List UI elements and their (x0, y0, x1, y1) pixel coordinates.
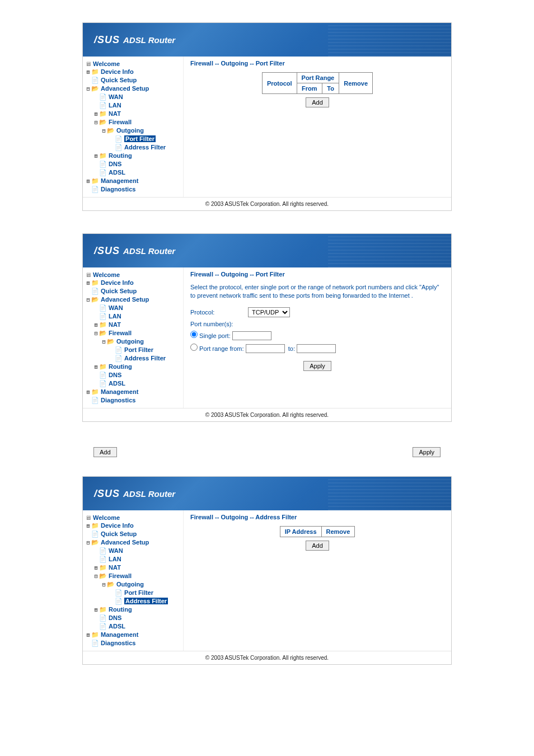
sidebar-item-dns[interactable]: 📄 DNS (85, 614, 181, 622)
sidebar-item-address-filter[interactable]: 📄 Address Filter (85, 354, 181, 363)
help-text: Select the protocol, enter single port o… (190, 283, 444, 300)
expand-icon[interactable]: ⊞ (85, 389, 91, 395)
page-icon: 📄 (99, 547, 107, 554)
expand-icon[interactable]: ⊞ (85, 523, 91, 529)
sidebar-item-nat[interactable]: ⊞📁 NAT (85, 321, 181, 329)
add-button[interactable]: Add (306, 541, 329, 551)
sidebar-item-firewall[interactable]: ⊟📂 Firewall (85, 329, 181, 337)
sidebar-item-device-info[interactable]: ⊞📁 Device Info (85, 68, 181, 76)
sidebar-item-quick-setup[interactable]: 📄 Quick Setup (85, 287, 181, 295)
sidebar-item-diagnostics[interactable]: 📄 Diagnostics (85, 396, 181, 405)
expand-icon[interactable]: ⊞ (93, 565, 99, 571)
brand-mark: /SUS (94, 34, 120, 46)
apply-button[interactable]: Apply (303, 361, 331, 371)
expand-icon[interactable]: ⊞ (93, 322, 99, 328)
sidebar-item-lan[interactable]: 📄 LAN (85, 555, 181, 564)
folder-open-icon: 📂 (107, 338, 115, 345)
folder-icon: 📁 (99, 363, 107, 370)
collapse-icon[interactable]: ⊟ (101, 581, 107, 588)
collapse-icon[interactable]: ⊟ (85, 86, 91, 92)
sidebar-item-routing[interactable]: ⊞📁 Routing (85, 363, 181, 371)
sidebar-item-adsl[interactable]: 📄 ADSL (85, 379, 181, 388)
sidebar-item-outgoing[interactable]: ⊟📂 Outgoing (85, 337, 181, 346)
asus-logo: /SUS ADSL Router (94, 245, 175, 257)
sidebar-item-port-filter[interactable]: 📄 Port Filter (85, 346, 181, 354)
inline-add-button[interactable]: Add (93, 447, 117, 457)
panel-port-filter-list: /SUS ADSL Router 🖥 Welcome ⊞📁 Device Inf… (82, 22, 452, 211)
sidebar-item-wan[interactable]: 📄 WAN (85, 547, 181, 555)
collapse-icon[interactable]: ⊟ (93, 573, 99, 579)
sidebar-item-port-filter[interactable]: 📄 Port Filter (85, 135, 181, 143)
breadcrumb: Firewall -- Outgoing -- Address Filter (190, 514, 444, 520)
banner-deco (328, 234, 451, 267)
copyright: © 2003 ASUSTek Corporation. All rights r… (83, 651, 451, 664)
collapse-icon[interactable]: ⊟ (85, 297, 91, 303)
sidebar-item-quick-setup[interactable]: 📄 Quick Setup (85, 76, 181, 84)
expand-icon[interactable]: ⊞ (93, 111, 99, 117)
sidebar-item-welcome[interactable]: 🖥 Welcome (85, 271, 181, 279)
folder-icon: 📁 (99, 321, 107, 328)
port-range-to-input[interactable] (297, 344, 336, 353)
sidebar-item-address-filter[interactable]: 📄 Address Filter (85, 143, 181, 152)
sidebar-item-wan[interactable]: 📄 WAN (85, 93, 181, 101)
port-range-radio[interactable] (190, 344, 198, 351)
sidebar-item-advanced-setup[interactable]: ⊟📂 Advanced Setup (85, 538, 181, 547)
sidebar-item-routing[interactable]: ⊞📁 Routing (85, 605, 181, 614)
sidebar-item-welcome[interactable]: 🖥 Welcome (85, 60, 181, 68)
sidebar-item-dns[interactable]: 📄 DNS (85, 371, 181, 379)
sidebar-item-adsl[interactable]: 📄 ADSL (85, 168, 181, 177)
folder-open-icon: 📂 (99, 572, 107, 579)
sidebar-item-wan[interactable]: 📄 WAN (85, 304, 181, 312)
expand-icon[interactable]: ⊞ (85, 280, 91, 286)
copyright: © 2003 ASUSTek Corporation. All rights r… (83, 197, 451, 210)
sidebar: 🖥 Welcome ⊞📁 Device Info 📄 Quick Setup ⊟… (83, 57, 184, 197)
sidebar-item-advanced-setup[interactable]: ⊟📂 Advanced Setup (85, 295, 181, 304)
single-port-radio[interactable] (190, 331, 198, 338)
sidebar-item-advanced-setup[interactable]: ⊟📂 Advanced Setup (85, 84, 181, 93)
sidebar-item-outgoing[interactable]: ⊟📂 Outgoing (85, 126, 181, 135)
folder-open-icon: 📂 (91, 539, 99, 546)
sidebar-item-lan[interactable]: 📄 LAN (85, 312, 181, 321)
protocol-select[interactable]: TCP/UDP (248, 307, 290, 317)
sidebar-item-lan[interactable]: 📄 LAN (85, 101, 181, 110)
sidebar-item-management[interactable]: ⊞📁 Management (85, 388, 181, 396)
sidebar-item-dns[interactable]: 📄 DNS (85, 160, 181, 168)
expand-icon[interactable]: ⊞ (85, 632, 91, 638)
sidebar: 🖥 Welcome ⊞📁 Device Info 📄 Quick Setup ⊟… (83, 510, 184, 651)
sidebar-item-management[interactable]: ⊞📁 Management (85, 631, 181, 639)
collapse-icon[interactable]: ⊟ (85, 539, 91, 546)
sidebar-item-adsl[interactable]: 📄 ADSL (85, 622, 181, 631)
brand-mark: /SUS (94, 245, 120, 257)
sidebar-item-welcome[interactable]: 🖥 Welcome (85, 514, 181, 522)
inline-apply-button[interactable]: Apply (413, 447, 441, 457)
sidebar-item-device-info[interactable]: ⊞📁 Device Info (85, 522, 181, 530)
collapse-icon[interactable]: ⊟ (101, 128, 107, 134)
expand-icon[interactable]: ⊞ (85, 178, 91, 184)
collapse-icon[interactable]: ⊟ (93, 330, 99, 336)
expand-icon[interactable]: ⊞ (93, 364, 99, 370)
collapse-icon[interactable]: ⊟ (101, 339, 107, 345)
port-range-from-input[interactable] (246, 344, 285, 353)
sidebar-item-diagnostics[interactable]: 📄 Diagnostics (85, 185, 181, 194)
sidebar-item-port-filter[interactable]: 📄 Port Filter (85, 589, 181, 597)
expand-icon[interactable]: ⊞ (93, 607, 99, 613)
sidebar-item-firewall[interactable]: ⊟📂 Firewall (85, 572, 181, 580)
page-icon: 📄 (99, 161, 107, 167)
sidebar-item-nat[interactable]: ⊞📁 NAT (85, 110, 181, 118)
expand-icon[interactable]: ⊞ (85, 69, 91, 75)
expand-icon[interactable]: ⊞ (93, 153, 99, 159)
sidebar-item-management[interactable]: ⊞📁 Management (85, 177, 181, 185)
sidebar-item-nat[interactable]: ⊞📁 NAT (85, 564, 181, 572)
collapse-icon[interactable]: ⊟ (93, 119, 99, 125)
sidebar-item-quick-setup[interactable]: 📄 Quick Setup (85, 530, 181, 538)
sidebar-item-outgoing[interactable]: ⊟📂 Outgoing (85, 580, 181, 589)
sidebar-item-device-info[interactable]: ⊞📁 Device Info (85, 279, 181, 287)
sidebar-item-diagnostics[interactable]: 📄 Diagnostics (85, 639, 181, 647)
sidebar-item-routing[interactable]: ⊞📁 Routing (85, 152, 181, 160)
sidebar-item-address-filter[interactable]: 📄 Address Filter (85, 597, 181, 605)
sidebar-item-firewall[interactable]: ⊟📂 Firewall (85, 118, 181, 126)
add-button[interactable]: Add (306, 97, 329, 107)
folder-icon: 📁 (99, 564, 107, 571)
page-icon: 📄 (99, 102, 107, 109)
single-port-input[interactable] (232, 331, 271, 340)
